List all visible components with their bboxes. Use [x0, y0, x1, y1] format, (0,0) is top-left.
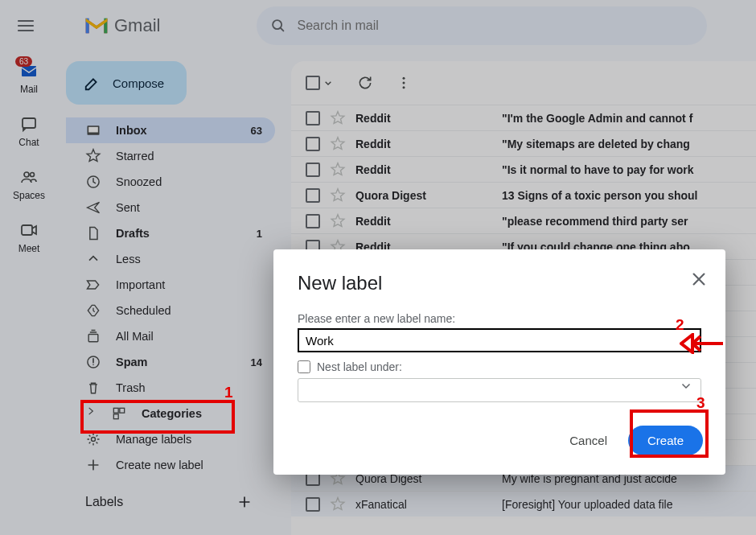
star-icon [85, 148, 101, 164]
star-icon[interactable] [330, 187, 346, 204]
nav-spam[interactable]: Spam14 [66, 349, 275, 375]
message-row[interactable]: Reddit"Is it normal to have to pay for w… [291, 156, 756, 182]
nav-drafts[interactable]: Drafts1 [66, 220, 275, 246]
rail-spaces[interactable]: Spaces [13, 167, 45, 201]
nav-scheduled[interactable]: Scheduled [66, 298, 275, 323]
cancel-button[interactable]: Cancel [569, 434, 607, 447]
sidebar: Compose Inbox63StarredSnoozedSentDrafts1… [66, 61, 275, 510]
gmail-logo[interactable]: Gmail [84, 15, 160, 36]
refresh-button[interactable] [357, 75, 373, 91]
sender: Reddit [355, 215, 492, 228]
nav-label: Spam [116, 356, 236, 368]
row-checkbox[interactable] [306, 497, 320, 512]
subject: 13 Signs of a toxic person you shoul [502, 189, 748, 202]
nav-inbox[interactable]: Inbox63 [66, 117, 275, 143]
row-checkbox[interactable] [306, 137, 320, 151]
nav-label: Important [116, 278, 262, 291]
labels-header: Labels [66, 494, 275, 510]
rail-chat-label: Chat [18, 137, 39, 148]
pencil-icon [84, 74, 101, 92]
trash-icon [85, 380, 101, 396]
gear-icon [85, 431, 101, 447]
gmail-m-icon [84, 16, 109, 35]
nav-count: 63 [251, 125, 262, 137]
dialog-title: New label [298, 272, 701, 294]
message-row[interactable]: xFanatical[Foresight] Your uploaded data… [291, 491, 756, 516]
rail-meet[interactable]: Meet [18, 220, 40, 254]
stack-icon [85, 328, 101, 344]
subject: "My sitemaps are deleted by chang [502, 138, 748, 150]
row-checkbox[interactable] [306, 188, 320, 203]
nav-create[interactable]: Create new label [66, 452, 275, 478]
nest-checkbox[interactable] [298, 360, 310, 373]
compose-button[interactable]: Compose [66, 61, 187, 105]
create-button[interactable]: Create [628, 426, 703, 455]
search-icon [269, 17, 287, 35]
nav-list: Inbox63StarredSnoozedSentDrafts1LessImpo… [66, 117, 275, 478]
star-icon[interactable] [330, 162, 346, 178]
new-label-dialog: New label Please enter a new label name:… [273, 249, 725, 475]
rail-chat[interactable]: Chat [18, 114, 39, 148]
plus-icon [85, 457, 101, 473]
file-icon [85, 225, 101, 241]
spam-icon [85, 354, 101, 370]
nav-categories[interactable]: Categories [66, 401, 275, 426]
nav-label: Starred [116, 150, 262, 163]
star-icon[interactable] [330, 110, 346, 126]
nav-trash[interactable]: Trash [66, 375, 275, 401]
nav-label: Less [116, 253, 262, 265]
select-all[interactable] [306, 76, 335, 90]
name-prompt: Please enter a new label name: [298, 312, 701, 325]
close-button[interactable] [690, 270, 708, 288]
star-icon[interactable] [330, 136, 346, 152]
star-icon[interactable] [330, 496, 346, 512]
nav-sent[interactable]: Sent [66, 195, 275, 220]
sender: Reddit [355, 112, 492, 125]
star-icon[interactable] [330, 213, 346, 229]
mail-badge: 63 [15, 56, 32, 67]
chevron-down-icon [322, 76, 335, 89]
nest-select[interactable] [298, 378, 701, 402]
row-checkbox[interactable] [306, 111, 320, 126]
meet-icon [19, 220, 39, 240]
nav-label: Sent [116, 201, 262, 214]
more-button[interactable] [396, 75, 412, 91]
nav-label: Trash [116, 381, 262, 394]
nav-allmail[interactable]: All Mail [66, 323, 275, 349]
message-row[interactable]: Quora Digest13 Signs of a toxic person y… [291, 182, 756, 208]
add-label-button[interactable] [236, 494, 253, 510]
sender: Quora Digest [355, 189, 492, 202]
important-icon [85, 277, 101, 293]
message-row[interactable]: Reddit"please recommend third party ser [291, 208, 756, 233]
subject: "Is it normal to have to pay for work [502, 163, 748, 176]
nav-label: Drafts [116, 227, 242, 240]
nav-starred[interactable]: Starred [66, 143, 275, 169]
nest-row: Nest label under: [298, 360, 701, 373]
nav-label: Create new label [116, 459, 262, 471]
main-menu-button[interactable] [6, 6, 45, 45]
message-row[interactable]: Reddit"I'm the Google Admin and cannot f [291, 105, 756, 130]
nav-manage[interactable]: Manage labels [66, 426, 275, 452]
compose-label: Compose [113, 76, 164, 90]
nav-label: All Mail [116, 330, 262, 343]
message-row[interactable]: Reddit"My sitemaps are deleted by chang [291, 130, 756, 156]
chev-up-icon [85, 251, 101, 267]
row-checkbox[interactable] [306, 163, 320, 177]
nav-less[interactable]: Less [66, 246, 275, 272]
subject: "please recommend third party ser [502, 215, 748, 228]
chat-icon [19, 114, 39, 134]
search-bar[interactable] [257, 6, 707, 45]
nav-snoozed[interactable]: Snoozed [66, 169, 275, 195]
subject: [Foresight] Your uploaded data file [502, 498, 748, 511]
labels-title: Labels [85, 495, 123, 509]
label-name-input[interactable] [298, 328, 701, 352]
row-checkbox[interactable] [306, 214, 320, 228]
nav-count: 1 [257, 228, 262, 240]
rail-meet-label: Meet [18, 243, 40, 254]
nav-important[interactable]: Important [66, 272, 275, 298]
nav-count: 14 [251, 356, 262, 368]
rail-spaces-label: Spaces [13, 190, 45, 201]
rail-mail[interactable]: 63 Mail [19, 61, 39, 95]
nav-label: Categories [142, 407, 262, 420]
search-input[interactable] [297, 19, 694, 33]
